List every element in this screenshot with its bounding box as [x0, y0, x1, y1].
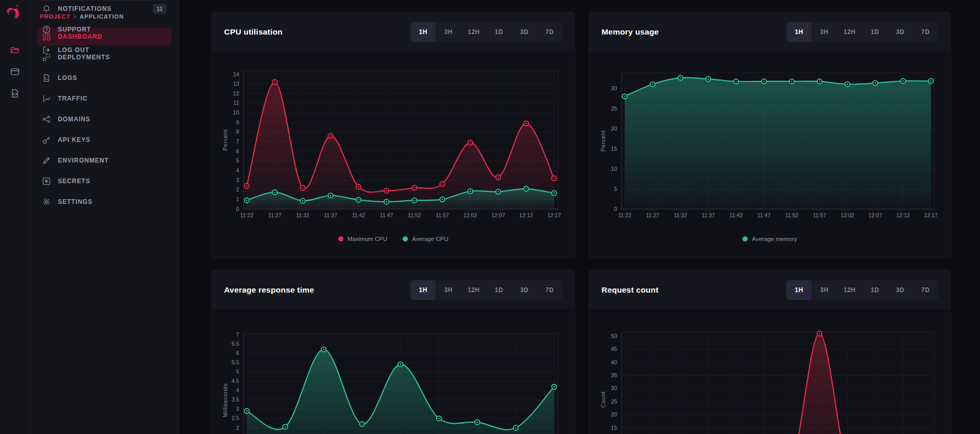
time-range-button-3h[interactable]: 3H [812, 280, 837, 300]
sidebar-item-label: API KEYS [58, 136, 90, 143]
time-range-button-1d[interactable]: 1D [862, 22, 888, 42]
time-range-button-3h[interactable]: 3H [812, 22, 837, 42]
time-range-button-1d[interactable]: 1D [862, 280, 888, 300]
svg-text:0: 0 [236, 206, 239, 212]
sidebar-item-environment[interactable]: ENVIRONMENT [37, 152, 171, 169]
svg-text:25: 25 [611, 105, 617, 111]
svg-text:6.5: 6.5 [231, 341, 239, 347]
projects-folder-icon[interactable] [10, 45, 20, 55]
secrets-icon [42, 177, 51, 185]
sidebar-item-label: ENVIRONMENT [58, 157, 109, 164]
sidebar-footer-nav: NOTIFICATIONS11SUPPORTLOG OUT [37, 0, 171, 62]
legend-label: Maximum CPU [347, 236, 387, 242]
time-range-button-1d[interactable]: 1D [486, 280, 512, 300]
time-range-button-3d[interactable]: 3D [888, 22, 913, 42]
time-range-button-1h[interactable]: 1H [786, 280, 812, 300]
svg-text:3: 3 [236, 177, 239, 183]
logs-icon [42, 74, 51, 82]
chart-response: 22.533.544.555.566.57Milliseconds [212, 309, 575, 434]
svg-text:45: 45 [611, 346, 617, 352]
chart-memory: 051015202530Percent11:2211:2711:3211:371… [589, 51, 951, 258]
sidebar-item-settings[interactable]: SETTINGS [37, 193, 171, 211]
svg-text:6: 6 [236, 350, 239, 356]
time-range-button-7d[interactable]: 7D [537, 280, 562, 300]
sidebar-item-label: SECRETS [58, 178, 90, 185]
time-range-button-7d[interactable]: 7D [913, 280, 938, 300]
svg-text:20: 20 [611, 411, 617, 417]
sidebar-item-support[interactable]: SUPPORT [37, 21, 171, 38]
svg-text:2: 2 [236, 186, 239, 192]
svg-text:1: 1 [236, 196, 239, 202]
card-title-requests: Request count [602, 285, 786, 295]
card-response: Average response time1H3H12H1D3D7D22.533… [211, 270, 575, 434]
sidebar-item-label: TRAFFIC [58, 95, 88, 102]
templates-file-code-icon[interactable] [10, 89, 20, 98]
svg-text:5.5: 5.5 [231, 359, 239, 365]
logout-icon [42, 46, 51, 54]
svg-text:12:02: 12:02 [841, 212, 854, 218]
svg-text:7: 7 [236, 138, 239, 144]
time-range-button-12h[interactable]: 12H [461, 280, 486, 300]
time-range-button-3h[interactable]: 3H [436, 22, 461, 42]
card-requests: Request count1H3H12H1D3D7D15202530354045… [589, 270, 951, 434]
main-content: CPU utilisation1H3H12H1D3D7D012345678910… [179, 0, 980, 434]
time-range-button-12h[interactable]: 12H [461, 22, 486, 42]
svg-text:11:32: 11:32 [674, 212, 687, 218]
chart-svg-memory: 051015202530Percent11:2211:2711:3211:371… [589, 51, 951, 258]
time-range-button-12h[interactable]: 12H [837, 280, 862, 300]
sidebar-item-domains[interactable]: DOMAINS [37, 110, 171, 128]
environment-icon [42, 156, 51, 165]
settings-icon [42, 198, 51, 206]
card-header: Average response time1H3H12H1D3D7D [212, 270, 575, 309]
time-range-button-7d[interactable]: 7D [913, 22, 938, 42]
svg-text:50: 50 [611, 333, 617, 339]
sidebar-item-label: NOTIFICATIONS [58, 5, 112, 12]
time-range-button-3d[interactable]: 3D [512, 22, 537, 42]
svg-text:11:42: 11:42 [352, 212, 366, 218]
svg-text:30: 30 [611, 385, 617, 391]
time-range-button-1h[interactable]: 1H [786, 22, 812, 42]
chart-requests: 1520253035404550Count [589, 309, 951, 434]
time-range-button-1d[interactable]: 1D [486, 22, 512, 42]
time-range-button-3d[interactable]: 3D [888, 280, 913, 300]
svg-text:3: 3 [236, 406, 239, 412]
icon-rail [0, 0, 30, 434]
time-range-selector: 1H3H12H1D3D7D [786, 22, 938, 42]
time-range-button-3d[interactable]: 3D [512, 280, 537, 300]
legend-dot-icon [403, 236, 408, 242]
time-range-selector: 1H3H12H1D3D7D [786, 280, 938, 300]
sidebar-item-notifications[interactable]: NOTIFICATIONS11 [37, 0, 171, 18]
sidebar-item-secrets[interactable]: SECRETS [37, 172, 171, 190]
time-range-button-1h[interactable]: 1H [410, 280, 436, 300]
sidebar-item-label: DOMAINS [58, 116, 90, 123]
svg-text:11:52: 11:52 [785, 212, 799, 218]
card-cpu: CPU utilisation1H3H12H1D3D7D012345678910… [211, 12, 575, 258]
svg-text:15: 15 [611, 146, 617, 152]
sidebar-item-api-keys[interactable]: API KEYS [37, 131, 171, 149]
card-title-cpu: CPU utilisation [224, 27, 410, 37]
time-range-button-1h[interactable]: 1H [410, 22, 436, 42]
time-range-button-3h[interactable]: 3H [436, 280, 461, 300]
svg-text:11:27: 11:27 [268, 212, 281, 218]
card-memory: Memory usage1H3H12H1D3D7D051015202530Per… [589, 12, 951, 258]
svg-text:35: 35 [611, 372, 617, 378]
billing-card-icon[interactable] [10, 67, 20, 76]
time-range-button-7d[interactable]: 7D [537, 22, 562, 42]
app-logo-icon[interactable] [6, 4, 24, 22]
api-keys-icon [42, 136, 51, 144]
svg-text:12:12: 12:12 [896, 212, 910, 218]
chart-svg-response: 22.533.544.555.566.57Milliseconds [212, 309, 575, 434]
svg-text:12: 12 [233, 90, 239, 97]
sidebar-item-log-out[interactable]: LOG OUT [37, 41, 171, 59]
sidebar-item-logs[interactable]: LOGS [37, 69, 171, 87]
svg-text:25: 25 [611, 398, 617, 405]
time-range-button-12h[interactable]: 12H [837, 22, 862, 42]
svg-text:9: 9 [236, 119, 239, 125]
chart-legend-cpu: Maximum CPUAverage CPU [212, 236, 575, 242]
legend-item: Maximum CPU [338, 236, 387, 242]
sidebar-item-traffic[interactable]: TRAFFIC [37, 90, 171, 107]
sidebar-item-label: LOGS [58, 74, 77, 82]
svg-text:11:27: 11:27 [646, 212, 659, 218]
svg-text:11:57: 11:57 [813, 212, 827, 218]
time-range-selector: 1H3H12H1D3D7D [410, 280, 562, 300]
